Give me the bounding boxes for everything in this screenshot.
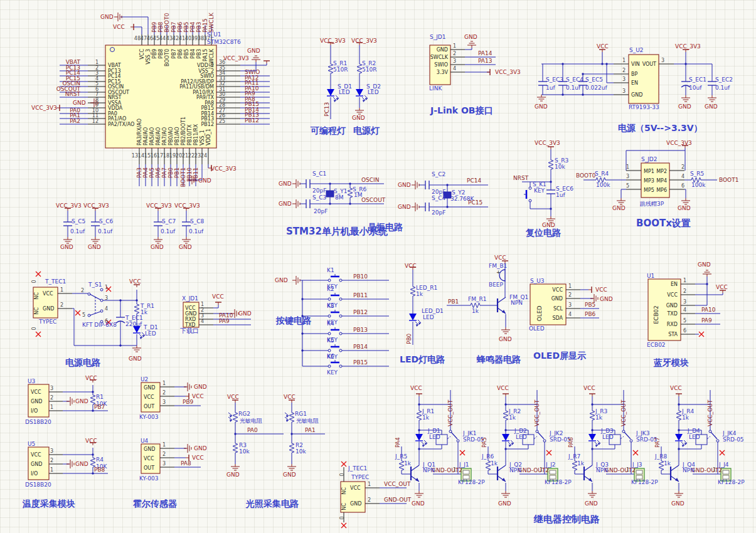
net-label: PB8: [157, 21, 164, 33]
pin-label: PB8: [158, 49, 164, 58]
des-label: S_R3: [555, 157, 568, 164]
net-label: GND-OUT2: [432, 467, 462, 473]
resistor: [503, 409, 508, 422]
pin-label: TXD: [666, 311, 678, 317]
num-label: 4: [568, 312, 572, 317]
des-label: LED: [689, 434, 700, 440]
pwr-label: GND: [226, 472, 240, 478]
des-label: K3: [327, 303, 334, 309]
num-label: 5: [95, 81, 98, 87]
pwr-label: VCC_3V3: [495, 69, 521, 75]
segment: [411, 465, 419, 471]
resistor: [676, 409, 681, 422]
pwr-label: GND: [75, 461, 88, 467]
des-label: T_S1: [88, 282, 102, 288]
pwr-label: VCC: [716, 284, 728, 290]
resistor: [289, 442, 294, 455]
num-label: 18: [163, 153, 169, 159]
title-temperature: 温度采集模块: [22, 499, 75, 509]
pin-label: VCC: [552, 287, 563, 293]
net-label: OSCIN: [361, 177, 379, 183]
des-label: J_D3: [600, 428, 614, 434]
des-label: KFT DIP-8X8: [82, 322, 117, 328]
net-label: PA3: [136, 167, 142, 178]
des-label: RG2: [238, 411, 250, 417]
des-label: 1k: [472, 308, 479, 314]
net-label: PA1: [305, 427, 316, 433]
resistor: [289, 411, 294, 424]
des-label: S_Y2: [452, 189, 465, 196]
des-label: 1k: [422, 414, 430, 421]
junction: [446, 206, 448, 208]
num-label: 3: [622, 88, 626, 94]
net-label: VCC_OUT: [384, 481, 411, 487]
pwr-label: VCC_3V3: [211, 166, 237, 172]
switch-contact: [543, 440, 546, 442]
net-label: PA9: [701, 317, 712, 324]
num-label: 2: [622, 68, 626, 73]
net-label: PB7: [171, 22, 177, 33]
net-label: GND-OUT2: [605, 467, 636, 473]
pwr-label: VCC: [497, 385, 509, 391]
num-label: 11: [92, 113, 98, 119]
pin-label: MP6: [656, 187, 667, 193]
net-label: PA4: [395, 437, 401, 448]
net-label: VCC_OUT: [620, 399, 627, 426]
num-label: 3: [453, 58, 456, 64]
junction: [119, 299, 121, 301]
pin-label: VCC: [31, 389, 41, 395]
des-label: KEY: [534, 187, 545, 194]
des-label: LED: [339, 89, 350, 95]
pin-label: OUT: [144, 404, 154, 409]
key-contact: [328, 298, 331, 300]
des-label: J_JK3: [636, 430, 649, 436]
pwr-label: VCC_3V3: [223, 55, 249, 61]
num-label: 25: [219, 119, 225, 124]
num-label: 2: [681, 164, 684, 170]
segment: [415, 322, 418, 325]
switch-arm: [624, 432, 631, 439]
des-label: 1k: [682, 414, 689, 421]
des-label: 1uf: [546, 85, 555, 91]
num-label: 4: [683, 307, 686, 313]
des-label: FM_B1: [489, 263, 507, 269]
des-label: S_C5: [72, 218, 85, 224]
num-label: 2: [50, 395, 53, 401]
title-programmable-led: 可编程灯: [310, 125, 346, 135]
key-contact: [328, 349, 331, 352]
des-label: T_TEC1: [45, 278, 66, 285]
pin-label: OUT: [144, 465, 154, 471]
des-label: LED: [145, 330, 156, 337]
junction: [290, 433, 292, 435]
pin-label: VCC: [139, 49, 145, 60]
junction: [678, 429, 679, 431]
des-label: LED: [429, 434, 440, 440]
pin-label: PA6/AO: [156, 127, 161, 145]
num-label: 46: [147, 36, 153, 41]
pwr-label: GND: [129, 356, 142, 362]
num-label: 47: [141, 36, 147, 41]
des-label: KY-003: [139, 414, 158, 420]
pwr-label: VCC: [494, 255, 506, 261]
net-label: SWCLK: [208, 12, 215, 33]
pin-label: GND: [144, 385, 155, 391]
des-label: DS18B20: [25, 419, 51, 425]
junction: [562, 93, 563, 95]
pwr-label: GND: [698, 261, 711, 268]
pwr-label: GND: [678, 205, 691, 211]
resistor: [572, 460, 577, 472]
pin-label: MP4: [656, 178, 667, 184]
schematic-canvas[interactable]: 1VBATVBAT2PC13PC133PC14PC144PC15PC155OSC…: [0, 0, 756, 533]
pin-label: PB4: [190, 49, 196, 58]
des-label: J_JK4: [722, 430, 737, 436]
title-relay: 继电器控制电路: [533, 514, 600, 525]
num-label: 3: [622, 77, 626, 82]
des-label: J_D2: [514, 428, 527, 434]
num-label: 2: [453, 51, 456, 56]
net-label: GND-OUT2: [518, 467, 549, 473]
des-label: J_R2: [508, 408, 521, 414]
pin-label: PA15: [203, 49, 208, 61]
junction: [136, 299, 137, 301]
pwr-label: VCC_3V3: [535, 140, 560, 146]
pwr-label: GND: [585, 500, 598, 507]
